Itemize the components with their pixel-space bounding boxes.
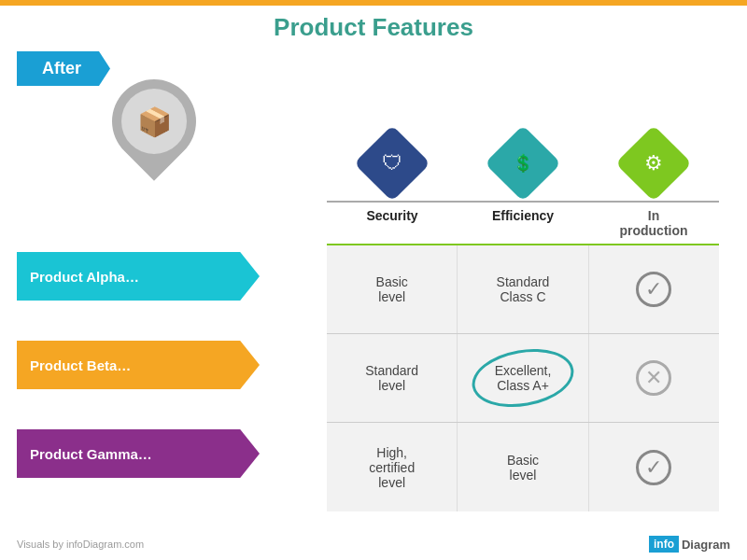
alpha-security-cell: Basiclevel	[327, 245, 458, 333]
security-icon-cell: 🛡	[327, 126, 458, 201]
header-row: Security Efficiency Inproduction	[327, 201, 719, 245]
efficiency-diamond: 💲	[485, 125, 561, 202]
product-row-beta: Product Beta…	[17, 341, 260, 389]
security-diamond: 🛡	[354, 125, 430, 202]
data-row-beta: Standardlevel Excellent,Class A+ ✕	[327, 334, 719, 423]
page-title: Product Features	[0, 13, 747, 42]
alpha-efficiency-cell: StandardClass C	[458, 245, 588, 333]
gamma-security-cell: High,certifiedlevel	[327, 423, 458, 511]
info-diagram-logo: info Diagram	[649, 536, 730, 553]
beta-efficiency-text: Excellent,Class A+	[495, 363, 552, 393]
alpha-check: ✓	[636, 272, 671, 307]
product-row-alpha: Product Alpha…	[17, 252, 260, 301]
footer: Visuals by infoDiagram.com info Diagram	[0, 536, 747, 553]
header-production: Inproduction	[588, 203, 719, 244]
pin-circle: 📦	[94, 62, 213, 180]
diagram-text: Diagram	[682, 538, 730, 552]
efficiency-icon-cell: 💲	[458, 126, 588, 201]
top-bar	[0, 0, 747, 6]
box-icon-area: 📦	[93, 75, 215, 196]
header-security: Security	[327, 203, 458, 244]
beta-x: ✕	[636, 360, 671, 396]
gamma-production-cell: ✓	[589, 423, 719, 511]
production-icon-cell: ⚙	[588, 126, 719, 201]
product-alpha-label: Product Alpha…	[30, 269, 139, 285]
gamma-check: ✓	[636, 450, 671, 485]
header-efficiency: Efficiency	[458, 203, 588, 244]
beta-production-cell: ✕	[589, 334, 719, 422]
data-row-gamma: High,certifiedlevel Basiclevel ✓	[327, 423, 719, 511]
security-icon: 🛡	[382, 151, 402, 175]
alpha-production-cell: ✓	[589, 245, 719, 333]
pin-shape: 📦	[107, 79, 201, 191]
data-row-alpha: Basiclevel StandardClass C ✓	[327, 245, 719, 334]
table-area: 🛡 💲 ⚙ Security Efficiency Inproduction B…	[327, 126, 719, 511]
efficiency-icon: 💲	[513, 153, 533, 174]
production-icon: ⚙	[644, 151, 663, 175]
beta-efficiency-cell: Excellent,Class A+	[458, 334, 588, 422]
icons-row: 🛡 💲 ⚙	[327, 126, 719, 201]
product-beta-label: Product Beta…	[30, 357, 131, 373]
footer-visuals: Visuals by infoDiagram.com	[17, 539, 144, 550]
product-gamma-label: Product Gamma…	[30, 446, 152, 462]
beta-security-cell: Standardlevel	[327, 334, 458, 422]
gamma-efficiency-cell: Basiclevel	[458, 423, 588, 511]
info-box: info	[649, 536, 679, 553]
product-row-gamma: Product Gamma…	[17, 429, 260, 478]
production-diamond: ⚙	[615, 125, 692, 202]
pin-inner: 📦	[121, 89, 187, 154]
